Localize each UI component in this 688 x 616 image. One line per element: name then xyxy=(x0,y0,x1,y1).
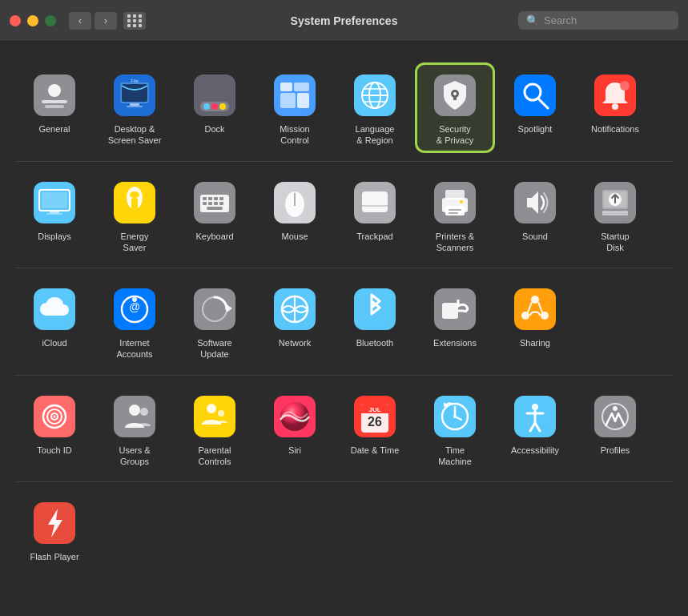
dock-label: Dock xyxy=(204,123,224,135)
pref-item-printers[interactable]: Printers &Scanners xyxy=(416,171,493,259)
security-icon xyxy=(432,72,478,119)
svg-text:File: File xyxy=(131,79,139,83)
pref-item-dock[interactable]: Dock xyxy=(176,64,253,151)
search-bar[interactable]: 🔍 xyxy=(518,11,678,30)
pref-item-startup[interactable]: StartupDisk xyxy=(577,171,654,259)
svg-rect-126 xyxy=(594,396,636,437)
svg-rect-53 xyxy=(214,202,218,205)
svg-rect-60 xyxy=(362,191,388,212)
spotlight-icon xyxy=(512,72,558,119)
pref-item-accessibility[interactable]: Accessibility xyxy=(497,385,573,473)
svg-text:JUL: JUL xyxy=(368,406,380,413)
language-label: Language& Region xyxy=(356,123,395,147)
pref-item-spotlight[interactable]: Spotlight xyxy=(497,64,573,151)
pref-item-timemachine[interactable]: TimeMachine xyxy=(416,385,493,473)
flash-icon xyxy=(31,500,78,546)
svg-rect-44 xyxy=(131,198,138,209)
notifications-label: Notifications xyxy=(591,123,639,135)
close-button[interactable] xyxy=(10,15,21,26)
section-personal: General File Desktop &Screen Saver Dock … xyxy=(16,54,672,162)
svg-rect-14 xyxy=(219,103,226,110)
svg-rect-6 xyxy=(122,84,147,102)
svg-rect-16 xyxy=(280,83,292,91)
svg-rect-29 xyxy=(453,95,457,100)
pref-item-siri[interactable]: Siri xyxy=(256,385,333,473)
titlebar: ‹ › System Preferences 🔍 xyxy=(0,0,688,42)
grid-view-button[interactable] xyxy=(123,12,146,30)
printers-icon xyxy=(432,179,478,226)
desktop-icon: File xyxy=(111,72,158,119)
forward-button[interactable]: › xyxy=(95,12,117,30)
pref-item-bluetooth[interactable]: Bluetooth xyxy=(336,278,413,365)
pref-item-touchid[interactable]: Touch ID xyxy=(16,385,93,473)
pref-item-software[interactable]: SoftwareUpdate xyxy=(176,278,253,365)
general-icon xyxy=(31,72,78,119)
svg-point-101 xyxy=(129,405,140,416)
trackpad-label: Trackpad xyxy=(356,231,392,242)
pref-item-displays[interactable]: Displays xyxy=(16,171,93,259)
maximize-button[interactable] xyxy=(45,15,56,26)
search-input[interactable] xyxy=(544,14,670,26)
pref-item-notifications[interactable]: Notifications xyxy=(577,64,654,151)
touchid-label: Touch ID xyxy=(37,445,71,456)
timemachine-icon xyxy=(432,393,478,440)
sound-label: Sound xyxy=(522,231,548,242)
pref-item-parental[interactable]: ParentalControls xyxy=(176,385,253,473)
users-icon xyxy=(111,393,158,440)
extensions-label: Extensions xyxy=(433,337,477,348)
search-icon: 🔍 xyxy=(526,14,539,26)
minimize-button[interactable] xyxy=(27,15,38,26)
pref-item-flash[interactable]: Flash Player xyxy=(16,492,93,567)
pref-item-extensions[interactable]: Extensions xyxy=(416,278,493,365)
pref-item-mission[interactable]: MissionControl xyxy=(256,64,333,151)
pref-item-energy[interactable]: EnergySaver xyxy=(96,171,173,259)
pref-item-profiles[interactable]: Profiles xyxy=(577,385,654,473)
pref-item-security[interactable]: Security& Privacy xyxy=(416,64,493,151)
nav-buttons: ‹ › xyxy=(69,12,146,30)
svg-rect-47 xyxy=(203,197,207,200)
svg-point-92 xyxy=(541,312,549,320)
svg-rect-8 xyxy=(127,106,143,107)
language-icon xyxy=(352,72,398,119)
pref-item-trackpad[interactable]: Trackpad xyxy=(336,171,413,259)
trackpad-icon xyxy=(352,179,398,226)
pref-item-sharing[interactable]: Sharing xyxy=(497,278,573,365)
printers-label: Printers &Scanners xyxy=(436,231,474,254)
svg-rect-55 xyxy=(207,207,223,210)
desktop-label: Desktop &Screen Saver xyxy=(108,123,162,147)
svg-rect-30 xyxy=(514,74,556,116)
datetime-label: Date & Time xyxy=(351,445,400,456)
pref-item-general[interactable]: General xyxy=(16,64,93,151)
svg-rect-3 xyxy=(45,105,64,108)
keyboard-icon xyxy=(191,179,238,226)
svg-rect-48 xyxy=(208,197,212,200)
svg-rect-49 xyxy=(214,197,218,200)
svg-point-68 xyxy=(460,200,463,203)
pref-item-keyboard[interactable]: Keyboard xyxy=(176,171,253,259)
svg-rect-50 xyxy=(219,197,223,200)
spotlight-label: Spotlight xyxy=(518,123,553,135)
software-icon xyxy=(191,286,238,332)
pref-item-icloud[interactable]: iCloud xyxy=(16,278,93,365)
svg-rect-12 xyxy=(203,103,210,110)
pref-item-desktop[interactable]: File Desktop &Screen Saver xyxy=(96,64,173,151)
software-label: SoftwareUpdate xyxy=(197,337,231,360)
siri-label: Siri xyxy=(288,445,301,456)
svg-rect-38 xyxy=(42,192,67,208)
back-button[interactable]: ‹ xyxy=(69,12,91,30)
pref-item-network[interactable]: Network xyxy=(256,278,333,365)
pref-item-sound[interactable]: Sound xyxy=(497,171,573,259)
pref-item-users[interactable]: Users &Groups xyxy=(96,385,173,473)
pref-item-mouse[interactable]: Mouse xyxy=(256,171,333,259)
svg-rect-40 xyxy=(46,213,62,215)
svg-rect-17 xyxy=(294,83,309,91)
profiles-label: Profiles xyxy=(601,445,630,456)
startup-label: StartupDisk xyxy=(601,231,629,254)
pref-item-internet[interactable]: @ InternetAccounts xyxy=(96,278,173,365)
svg-point-35 xyxy=(620,81,630,91)
section-hardware: Displays EnergySaver Keyboard Mouse xyxy=(16,162,672,269)
siri-icon xyxy=(272,393,318,440)
pref-item-language[interactable]: Language& Region xyxy=(336,64,413,151)
window-title: System Preferences xyxy=(291,14,398,27)
pref-item-datetime[interactable]: JUL 26 Date & Time xyxy=(336,385,413,473)
